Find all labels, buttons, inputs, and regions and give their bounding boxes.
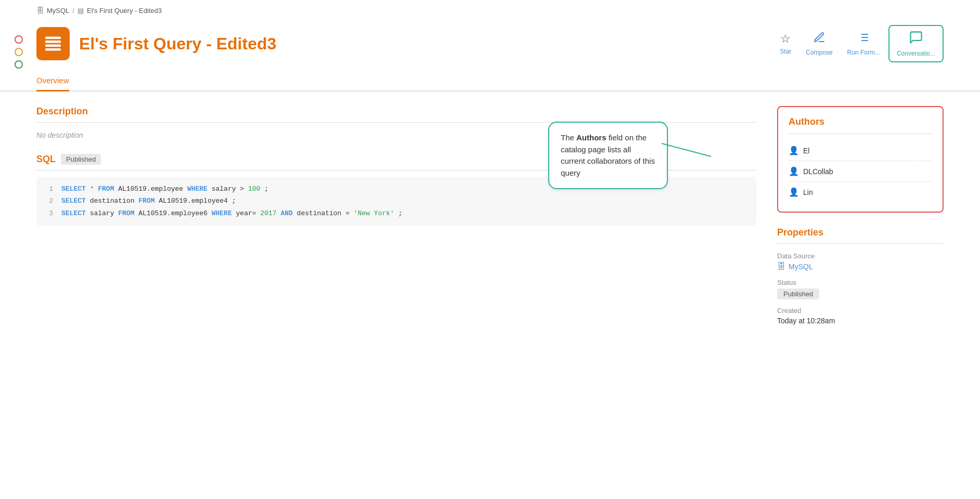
code-content-2: SELECT destination FROM AL10519.employee… xyxy=(61,195,236,207)
code-content-1: SELECT * FROM AL10519.employee WHERE sal… xyxy=(61,183,268,195)
author-icon-lin: 👤 xyxy=(789,187,799,197)
right-panel: The Authors field on the catalog page li… xyxy=(777,106,944,332)
conversation-button[interactable]: Conversatio... xyxy=(888,25,944,62)
data-source-label: Data Source xyxy=(777,252,944,260)
query-list-icon xyxy=(44,34,62,53)
data-source-value[interactable]: 🗄 MySQL xyxy=(777,262,944,271)
sql-published-badge: Published xyxy=(61,154,101,165)
code-line-3: 3 SELECT salary FROM AL10519.employee6 W… xyxy=(45,207,748,219)
window-dot-green xyxy=(15,60,23,69)
page-title: El's First Query - Edited3 xyxy=(79,34,276,54)
code-content-3: SELECT salary FROM AL10519.employee6 WHE… xyxy=(61,207,402,219)
run-form-label: Run Form... xyxy=(847,49,880,56)
status-value: Published xyxy=(777,288,944,299)
tooltip-text-bold: Authors xyxy=(576,133,607,142)
author-icon-dlcollab: 👤 xyxy=(789,166,799,176)
conversation-label: Conversatio... xyxy=(897,50,935,57)
title-section: El's First Query - Edited3 xyxy=(36,27,276,60)
compose-label: Compose xyxy=(806,49,832,56)
line-num-3: 3 xyxy=(45,207,53,219)
page-header: El's First Query - Edited3 ☆ Star Compos… xyxy=(0,21,980,62)
breadcrumb-db: MySQL xyxy=(47,7,69,15)
star-icon: ☆ xyxy=(780,32,791,46)
breadcrumb-sep: / xyxy=(72,7,74,15)
window-dot-red xyxy=(15,35,23,44)
tooltip-bubble: The Authors field on the catalog page li… xyxy=(548,122,668,189)
author-row-lin: 👤 Lin xyxy=(789,181,932,202)
author-name-el: El xyxy=(803,147,809,155)
author-row-dlcollab: 👤 DLCollab xyxy=(789,161,932,181)
tab-overview[interactable]: Overview xyxy=(36,71,69,91)
window-dot-yellow xyxy=(15,48,23,56)
query-icon-box xyxy=(36,27,70,60)
authors-title: Authors xyxy=(789,116,932,127)
tooltip-container: The Authors field on the catalog page li… xyxy=(777,106,944,213)
compose-icon xyxy=(813,31,826,47)
run-form-button[interactable]: Run Form... xyxy=(841,27,886,60)
db-icon: 🗄 xyxy=(36,6,44,15)
author-name-dlcollab: DLCollab xyxy=(803,167,833,176)
description-title: Description xyxy=(36,106,756,117)
conversation-icon xyxy=(909,30,923,48)
breadcrumb: 🗄 MySQL / ▤ El's First Query - Edited3 xyxy=(0,0,980,21)
toolbar: ☆ Star Compose xyxy=(773,25,944,62)
svg-rect-1 xyxy=(45,41,61,43)
main-content: Description No description SQL Published… xyxy=(0,91,980,347)
status-badge: Published xyxy=(777,288,819,299)
star-label: Star xyxy=(780,48,791,55)
author-name-lin: Lin xyxy=(803,188,813,196)
line-num-1: 1 xyxy=(45,183,53,195)
svg-rect-3 xyxy=(45,48,61,51)
svg-rect-0 xyxy=(45,37,61,40)
sql-label: SQL xyxy=(36,154,56,165)
svg-rect-2 xyxy=(45,45,61,47)
author-icon-el: 👤 xyxy=(789,146,799,155)
author-row-el: 👤 El xyxy=(789,140,932,161)
properties-section: Properties Data Source 🗄 MySQL Status Pu… xyxy=(777,227,944,325)
window-controls xyxy=(15,35,23,69)
properties-title: Properties xyxy=(777,227,944,238)
tooltip-text-normal: The xyxy=(561,133,576,142)
authors-box: Authors 👤 El 👤 DLCollab 👤 Lin xyxy=(777,106,944,213)
data-source-text: MySQL xyxy=(789,262,813,271)
line-num-2: 2 xyxy=(45,195,53,207)
tabs: Overview xyxy=(0,71,980,91)
created-label: Created xyxy=(777,307,944,314)
star-button[interactable]: ☆ Star xyxy=(773,28,797,59)
status-label: Status xyxy=(777,279,944,286)
query-icon: ▤ xyxy=(78,7,84,15)
compose-button[interactable]: Compose xyxy=(800,27,839,60)
breadcrumb-query: El's First Query - Edited3 xyxy=(87,7,162,15)
run-form-icon xyxy=(857,31,870,47)
created-value: Today at 10:28am xyxy=(777,317,944,325)
code-line-2: 2 SELECT destination FROM AL10519.employ… xyxy=(45,195,748,207)
properties-divider xyxy=(777,243,944,244)
mysql-db-icon: 🗄 xyxy=(777,262,785,271)
authors-divider xyxy=(789,134,932,134)
